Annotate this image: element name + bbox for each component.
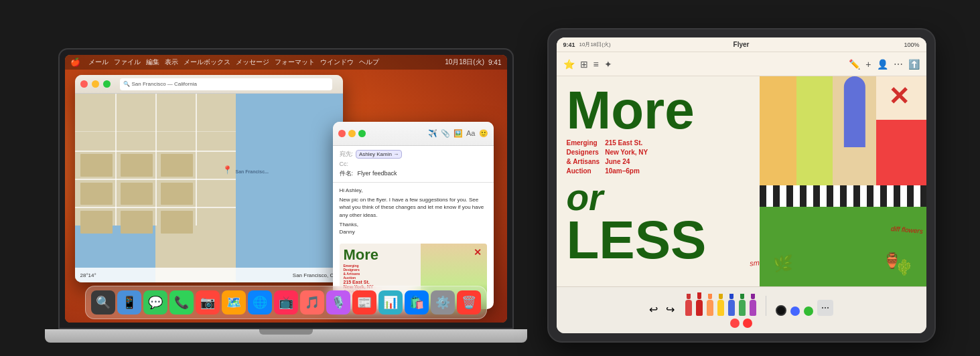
flyer-more-text: More xyxy=(567,86,750,135)
mail-body-content: New pic on the flyer. I have a few sugge… xyxy=(340,196,487,219)
flyer-less-text: LESS xyxy=(567,216,750,264)
mail-body[interactable]: Hi Ashley, New pic on the flyer. I have … xyxy=(333,183,494,240)
apple-menu-icon[interactable]: 🍎 xyxy=(70,58,80,67)
map-window[interactable]: 🔍 San Francisco — California xyxy=(75,75,343,282)
color-green-dot[interactable] xyxy=(804,306,813,316)
dock-apps-icon[interactable]: 📱 xyxy=(117,290,141,315)
dock-trash-icon[interactable]: 🗑️ xyxy=(457,290,481,315)
drawing-tool-marker-orange[interactable] xyxy=(707,294,713,316)
ipad-device-wrapper: 9:41 10月18日(火) Flyer 100% ⭐ ⊞ ≡ ✦ ✏️ + 👤… xyxy=(547,28,936,343)
dock-safari-icon[interactable]: 🌐 xyxy=(248,290,272,315)
menu-message[interactable]: メッセージ xyxy=(236,58,269,67)
more-colors-button[interactable]: ⋯ xyxy=(817,300,833,316)
ipad-statusbar: 9:41 10月18日(火) Flyer 100% xyxy=(557,37,926,52)
ipad-more-icon[interactable]: ⋯ xyxy=(894,59,903,70)
mail-window[interactable]: ✈️ 📎 🖼️ Aa 🙂 宛先: Ashley Kamin → xyxy=(333,122,494,309)
redo-button[interactable]: ↪ xyxy=(666,303,675,316)
dock-appstore-icon[interactable]: 🛍️ xyxy=(405,290,429,315)
mail-flyer-details: EmergingDesigners& ArtisansAuction xyxy=(344,264,417,280)
mail-minimize-button[interactable] xyxy=(348,130,356,137)
color-red-dot[interactable] xyxy=(730,319,740,328)
drawing-tool-marker-blue[interactable] xyxy=(728,294,735,316)
color-black-dot[interactable] xyxy=(776,305,786,316)
map-info-strip: 28°14° San Francisco, CA xyxy=(75,268,343,282)
menu-edit[interactable]: 編集 xyxy=(146,58,159,67)
map-maximize-button[interactable] xyxy=(103,80,111,88)
macbook-hinge xyxy=(259,329,313,335)
mail-close-button[interactable] xyxy=(338,130,346,137)
bottom-color-row xyxy=(730,319,752,328)
ipad-list-icon[interactable]: ≡ xyxy=(593,59,599,70)
ipad-toolbar: ⭐ ⊞ ≡ ✦ ✏️ + 👤 ⋯ ⬆️ xyxy=(557,52,926,76)
drawing-tool-marker-green[interactable] xyxy=(739,294,746,316)
mail-maximize-button[interactable] xyxy=(358,130,366,137)
macos-menubar: 🍎 メール ファイル 編集 表示 メールボックス メッセージ フォーマット ウイ… xyxy=(65,55,507,70)
dock-messages-icon[interactable]: 💬 xyxy=(143,290,167,315)
ipad-person-icon[interactable]: 👤 xyxy=(877,59,888,70)
drawing-tool-marker-yellow[interactable] xyxy=(717,294,724,316)
color-blue-dot[interactable] xyxy=(790,306,800,316)
map-search-input[interactable]: 🔍 San Francisco — California xyxy=(120,78,332,90)
menu-window[interactable]: ウインドウ xyxy=(320,58,354,67)
dock-finder-icon[interactable]: 🔍 xyxy=(91,290,115,315)
mail-format-icon[interactable]: Aa xyxy=(466,129,475,138)
macbook-display: 🍎 メール ファイル 編集 表示 メールボックス メッセージ フォーマット ウイ… xyxy=(65,55,507,323)
drawing-tool-pencil[interactable] xyxy=(685,294,692,316)
scene: 🍎 メール ファイル 編集 表示 メールボックス メッセージ フォーマット ウイ… xyxy=(0,0,980,356)
mail-emoji-icon[interactable]: 🙂 xyxy=(479,129,488,138)
dock-music-icon[interactable]: 🎵 xyxy=(300,290,324,315)
flyer-x-annotation: ✕ xyxy=(888,82,910,111)
flyer-yellow-strip xyxy=(760,76,796,185)
dock-news-icon[interactable]: 📰 xyxy=(352,290,376,315)
macbook-base xyxy=(45,329,527,343)
mail-recipient-badge[interactable]: Ashley Kamin → xyxy=(356,150,402,159)
map-minimize-button[interactable] xyxy=(92,80,99,88)
mail-attach-icon[interactable]: 📎 xyxy=(441,129,450,138)
flyer-stripe-band xyxy=(760,185,926,206)
mail-photo-icon[interactable]: 🖼️ xyxy=(453,129,463,138)
ipad-pencil-icon[interactable]: ✏️ xyxy=(849,59,860,70)
dock-apple-tv-icon[interactable]: 📺 xyxy=(274,290,298,315)
flyer-right-panel: 🌿 🌵 ✕ diff flowers 🏺 xyxy=(760,76,926,286)
flyer-address-col: 215 East St. New York, NY June 24 10am–6… xyxy=(605,139,648,176)
map-location-label: San Francisc... xyxy=(236,169,269,174)
macbook-screen: 🍎 メール ファイル 編集 表示 メールボックス メッセージ フォーマット ウイ… xyxy=(58,48,514,329)
dock-numbers-icon[interactable]: 📊 xyxy=(378,290,403,315)
mail-body-text: Hi Ashley, xyxy=(340,187,487,194)
ipad-time: 9:41 xyxy=(563,41,575,48)
menu-help[interactable]: ヘルプ xyxy=(359,58,379,67)
undo-button[interactable]: ↩ xyxy=(649,303,658,316)
color-red2-dot[interactable] xyxy=(743,319,752,328)
dock-settings-icon[interactable]: ⚙️ xyxy=(431,290,455,315)
map-pin-icon: 📍 xyxy=(222,165,232,175)
menu-file[interactable]: ファイル xyxy=(114,58,141,67)
dock-photos-icon[interactable]: 📷 xyxy=(196,290,220,315)
ipad-flyer-content: More Emerging Designers & Artisans Aucti… xyxy=(557,76,926,286)
flyer-green-strip xyxy=(796,76,833,185)
ipad-share-icon[interactable]: ⬆️ xyxy=(908,59,920,70)
menu-view[interactable]: 表示 xyxy=(165,58,178,67)
ipad-undo-icon[interactable]: ⭐ xyxy=(563,59,575,70)
ipad-device: 9:41 10月18日(火) Flyer 100% ⭐ ⊞ ≡ ✦ ✏️ + 👤… xyxy=(547,28,936,343)
flyer-arch-section xyxy=(833,76,876,185)
dock-maps-icon[interactable]: 🗺️ xyxy=(222,290,246,315)
ipad-grid-icon[interactable]: ⊞ xyxy=(580,59,588,70)
menu-mail[interactable]: メール xyxy=(88,58,109,67)
ipad-add-icon[interactable]: + xyxy=(865,59,871,70)
ipad-star-icon[interactable]: ✦ xyxy=(604,59,612,70)
mail-send-icon[interactable]: ✈️ xyxy=(428,129,437,138)
mail-subject-label: 件名: xyxy=(340,170,354,177)
menu-format[interactable]: フォーマット xyxy=(275,58,315,67)
menubar-time: 9:41 xyxy=(488,59,501,66)
drawing-tool-pen-red[interactable] xyxy=(696,292,703,316)
mail-titlebar: ✈️ 📎 🖼️ Aa 🙂 xyxy=(333,122,494,146)
menubar-date: 10月18日(火) xyxy=(445,58,484,67)
drawing-tool-marker-purple[interactable] xyxy=(750,294,756,316)
menubar-right: 10月18日(火) 9:41 xyxy=(445,58,501,67)
dock-podcast-icon[interactable]: 🎙️ xyxy=(326,290,350,315)
menu-items: メール ファイル 編集 表示 メールボックス メッセージ フォーマット ウインド… xyxy=(88,58,379,67)
mail-header: 宛先: Ashley Kamin → Cc: 件名: Flyer feedbac… xyxy=(333,146,494,183)
map-close-button[interactable] xyxy=(80,80,88,88)
dock-phone-icon[interactable]: 📞 xyxy=(169,290,194,315)
menu-mailbox[interactable]: メールボックス xyxy=(184,58,230,67)
